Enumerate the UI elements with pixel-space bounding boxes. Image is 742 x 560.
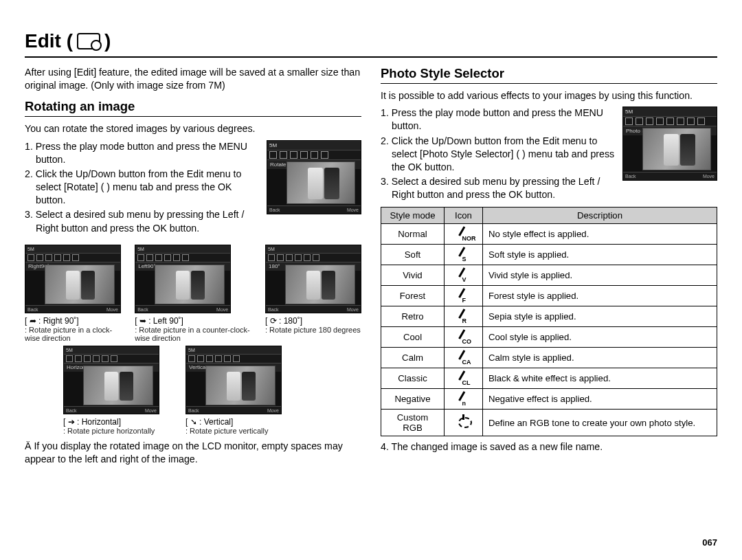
- rotate-thumb-lcd: 5MRight90°BackMove: [25, 245, 121, 313]
- th-icon: Icon: [445, 208, 483, 224]
- rotate-thumbs-row-1: 5MRight90°BackMove[ ➦ : Right 90˚]: Rota…: [25, 245, 361, 343]
- style-vivid-icon: [456, 267, 471, 282]
- style-mode-cell: Custom RGB: [381, 410, 445, 436]
- style-calm-icon: [456, 349, 471, 364]
- page-number: 067: [702, 537, 717, 548]
- style-icon-cell: [445, 224, 483, 245]
- rotating-steps: 1. Press the play mode button and press …: [25, 140, 260, 236]
- edit-mode-icon: [77, 33, 100, 49]
- lcd-photo: [286, 161, 355, 204]
- lcd-back: Back: [269, 206, 280, 214]
- photostyle-step-3: 3. Select a desired sub menu by pressing…: [381, 175, 616, 201]
- rotating-step-2: 2. Click the Up/Down button from the Edi…: [25, 168, 260, 208]
- rotating-section-title: Rotating an image: [25, 99, 361, 117]
- rotate-thumb-title: [ ➥ : Left 90˚]: [135, 316, 183, 326]
- rotate-thumb-lcd: 5M180°BackMove: [265, 245, 361, 313]
- rotate-thumb-desc: : Rotate picture in a counter-clock-wise…: [135, 326, 253, 343]
- style-retro-icon: [456, 308, 471, 323]
- photostyle-lcd-preview: 5M Photo Style Selector Back Move: [622, 107, 717, 181]
- rotate-thumb-lcd: 5MHorizontalBackMove: [63, 346, 159, 414]
- table-row: RetroSepia style is applied.: [381, 306, 717, 327]
- rotate-thumb-lcd: 5MLeft90°BackMove: [135, 245, 231, 313]
- lcd-move: Move: [703, 172, 715, 180]
- style-desc-cell: Sepia style is applied.: [483, 306, 717, 327]
- style-icon-cell: [445, 327, 483, 348]
- page-title: Edit ( ): [25, 30, 717, 58]
- rotate-thumb-title: [ ⟳ : 180˚]: [265, 316, 302, 326]
- rotate-note: Ä If you display the rotated image on th…: [25, 440, 361, 466]
- style-forest-icon: [456, 287, 471, 302]
- style-cool-icon: [456, 328, 471, 344]
- rotate-thumb: 5MLeft90°BackMove[ ➥ : Left 90˚]: Rotate…: [135, 245, 253, 343]
- th-desc: Description: [483, 208, 717, 224]
- right-column: Photo Style Selector It is possible to a…: [381, 66, 717, 466]
- photostyle-intro: It is possible to add various effects to…: [381, 89, 717, 102]
- rotating-step-1: 1. Press the play mode button and press …: [25, 140, 260, 166]
- table-row: NegativeNegative effect is applied.: [381, 389, 717, 410]
- style-mode-cell: Normal: [381, 224, 445, 245]
- photostyle-step-2: 2. Click the Up/Down button from the Edi…: [381, 135, 616, 175]
- rotate-thumb-desc: : Rotate picture horizontally: [63, 427, 155, 436]
- style-custom-rgb-icon: [456, 414, 471, 429]
- rotate-thumb-desc: : Rotate picture vertically: [186, 427, 268, 436]
- table-row: Custom RGBDefine an RGB tone to create y…: [381, 410, 717, 436]
- style-mode-cell: Calm: [381, 348, 445, 368]
- lcd-topbar: 5M: [267, 141, 361, 150]
- style-icon-cell: [445, 368, 483, 389]
- rotate-thumb: 5MRight90°BackMove[ ➦ : Right 90˚]: Rota…: [25, 245, 122, 343]
- rotate-thumbs-row-2: 5MHorizontalBackMove[ ➔ : Horizontal]: R…: [25, 346, 361, 436]
- lcd-iconrow: [623, 117, 717, 126]
- table-row: NormalNo style effect is applied.: [381, 224, 717, 245]
- style-desc-cell: Vivid style is applied.: [483, 265, 717, 286]
- lcd-bottombar: Back Move: [267, 205, 361, 214]
- th-mode: Style mode: [381, 208, 445, 224]
- style-desc-cell: Soft style is applied.: [483, 245, 717, 265]
- style-desc-cell: Negative effect is applied.: [483, 389, 717, 410]
- lcd-iconrow: [267, 150, 361, 160]
- rotate-thumb-title: [ ➘ : Vertical]: [186, 417, 233, 427]
- photostyle-section-title: Photo Style Selector: [381, 66, 717, 84]
- style-desc-cell: Calm style is applied.: [483, 348, 717, 368]
- style-icon-cell: [445, 286, 483, 306]
- photostyle-step-1: 1. Press the play mode button and press …: [381, 107, 616, 133]
- title-suffix: ): [104, 30, 111, 52]
- style-desc-cell: Forest style is applied.: [483, 286, 717, 306]
- rotate-thumb-desc: : Rotate picture in a clock-wise directi…: [25, 326, 122, 343]
- rotate-lcd-preview: 5M Rotate Back Move: [267, 140, 361, 214]
- style-mode-cell: Vivid: [381, 265, 445, 286]
- photostyle-table: Style mode Icon Description NormalNo sty…: [381, 207, 717, 436]
- style-icon-cell: [445, 410, 483, 436]
- lcd-bottombar: Back Move: [623, 172, 717, 180]
- rotating-step-3: 3. Select a desired sub menu by pressing…: [25, 208, 260, 234]
- rotating-intro: You can rotate the stored images by vari…: [25, 122, 361, 135]
- edit-intro-text: After using [Edit] feature, the edited i…: [25, 66, 361, 92]
- style-normal-icon: [456, 225, 471, 240]
- style-desc-cell: Define an RGB tone to create your own ph…: [483, 410, 717, 436]
- table-row: CalmCalm style is applied.: [381, 348, 717, 368]
- table-row: ForestForest style is applied.: [381, 286, 717, 306]
- style-mode-cell: Classic: [381, 368, 445, 389]
- rotate-thumb-lcd: 5MVerticalBackMove: [186, 346, 282, 414]
- style-mode-cell: Negative: [381, 389, 445, 410]
- style-mode-cell: Retro: [381, 306, 445, 327]
- rotate-thumb-title: [ ➦ : Right 90˚]: [25, 316, 79, 326]
- rotate-thumb-desc: : Rotate picture 180 degrees: [265, 326, 361, 335]
- style-icon-cell: [445, 348, 483, 368]
- title-prefix: Edit (: [25, 30, 73, 52]
- lcd-move: Move: [347, 206, 359, 214]
- lcd-topbar: 5M: [623, 107, 717, 117]
- rotate-thumb: 5M180°BackMove[ ⟳ : 180˚]: Rotate pictur…: [265, 245, 361, 343]
- style-mode-cell: Forest: [381, 286, 445, 306]
- photostyle-step-4: 4. The changed image is saved as a new f…: [381, 440, 717, 453]
- lcd-photo: [642, 128, 711, 170]
- rotate-thumb-title: [ ➔ : Horizontal]: [63, 417, 121, 427]
- table-row: SoftSoft style is applied.: [381, 245, 717, 265]
- table-row: CoolCool style is applied.: [381, 327, 717, 348]
- style-desc-cell: Cool style is applied.: [483, 327, 717, 348]
- style-icon-cell: [445, 245, 483, 265]
- rotate-thumb: 5MVerticalBackMove[ ➘ : Vertical]: Rotat…: [186, 346, 282, 436]
- style-desc-cell: No style effect is applied.: [483, 224, 717, 245]
- style-mode-cell: Cool: [381, 327, 445, 348]
- rotate-thumb: 5MHorizontalBackMove[ ➔ : Horizontal]: R…: [63, 346, 159, 436]
- style-desc-cell: Black & white effect is applied.: [483, 368, 717, 389]
